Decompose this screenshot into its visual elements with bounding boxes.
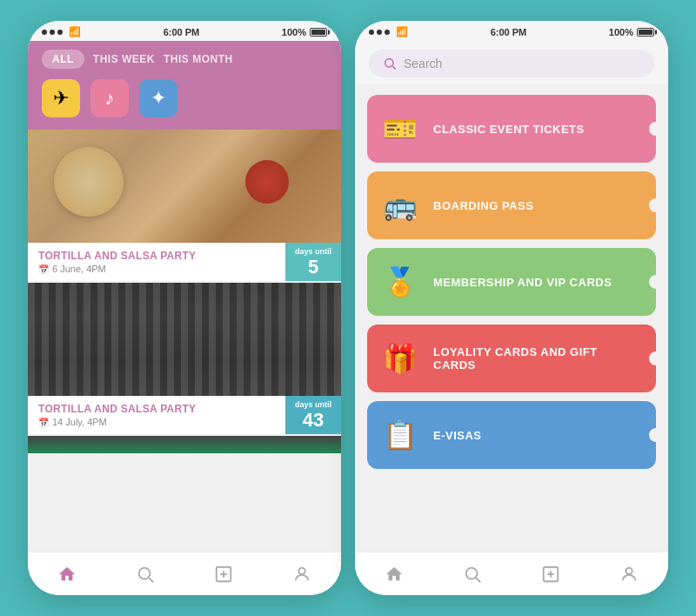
ticket-icon-loyalty: 🎁 [367,342,433,375]
filter-all[interactable]: ALL [42,50,84,69]
food-image [28,130,341,243]
bottom-image-teaser [28,436,341,453]
days-number-2: 43 [303,411,324,430]
ticket-boarding-icon: 🚌 [383,189,418,222]
ticket-loyalty-icon: 🎁 [383,342,418,375]
calendar-icon-2: 📅 [38,418,49,427]
category-icons: ✈ ♪ ✦ [42,79,327,117]
ticket-classic-events[interactable]: 🎫 CLASSIC EVENT TICKETS [367,95,656,163]
nav-home-right[interactable] [384,564,405,585]
battery-pct-left: 100% [282,27,306,37]
search-bar[interactable]: Search [369,50,654,77]
svg-point-8 [466,567,478,579]
battery-area-right: 100% [609,27,654,37]
right-phone: 📶 6:00 PM 100% Search 🎫 CLASSIC EVENT TI… [355,21,668,595]
mixer-image [28,283,341,396]
category-flights[interactable]: ✈ [42,79,80,117]
nav-user-right[interactable] [619,564,639,585]
signal-dots: 📶 [42,26,81,37]
ticket-icon-membership: 🏅 [367,265,433,298]
right-header: Search [355,41,668,84]
ticket-classic-icon: 🎫 [383,112,418,145]
svg-point-5 [298,567,304,573]
svg-line-1 [149,578,153,582]
time-left: 6:00 PM [164,27,200,37]
svg-point-0 [139,567,151,579]
ticket-icon-classic: 🎫 [367,112,433,145]
days-badge-2: days until 43 [285,396,341,434]
filter-this-week[interactable]: THIS WEEK [93,53,155,65]
wifi-icon-right: 📶 [396,26,408,37]
search-placeholder: Search [404,57,640,70]
ticket-classic-label: CLASSIC EVENT TICKETS [433,123,606,136]
nav-home-left[interactable] [57,564,77,585]
bottom-nav-left [28,552,341,595]
wifi-icon: 📶 [69,26,81,37]
category-music[interactable]: ♪ [90,79,129,117]
filter-tabs: ALL THIS WEEK THIS MONTH [42,50,327,69]
ticket-loyalty[interactable]: 🎁 LOYALITY CARDS AND GIFT CARDS [367,325,656,392]
nav-add-right[interactable] [540,564,561,585]
nav-search-left[interactable] [135,564,156,585]
ticket-loyalty-label: LOYALITY CARDS AND GIFT CARDS [433,345,656,372]
battery-area-left: 100% [282,27,327,37]
battery-pct-right: 100% [609,27,633,37]
category-events[interactable]: ✦ [139,79,177,117]
event-card-2[interactable]: TORTILLA AND SALSA PARTY 📅 14 July, 4PM … [28,283,341,434]
ticket-evisas[interactable]: 📋 E-VISAS [367,401,656,469]
time-right: 6:00 PM [491,27,527,37]
signal-dots-right: 📶 [369,26,408,37]
nav-search-right[interactable] [462,564,483,585]
ticket-evisas-icon: 📋 [383,418,418,452]
svg-point-6 [385,59,393,67]
search-icon [383,57,397,70]
nav-user-left[interactable] [291,564,312,585]
days-badge-1: days until 5 [285,243,341,281]
bottom-nav-right [355,552,668,595]
ticket-icon-boarding: 🚌 [367,189,433,222]
music-icon: ♪ [105,87,115,110]
calendar-icon-1: 📅 [38,264,49,274]
ticket-evisas-label: E-VISAS [433,429,503,442]
left-phone: 📶 6:00 PM 100% ALL THIS WEEK THIS MONTH … [28,21,341,595]
ticket-boarding-pass[interactable]: 🚌 BOARDING PASS [367,171,656,239]
ticket-list: 🎫 CLASSIC EVENT TICKETS 🚌 BOARDING PASS … [355,84,668,552]
event-card-1[interactable]: TORTILLA AND SALSA PARTY 📅 6 June, 4PM d… [28,130,341,281]
svg-point-13 [626,567,632,573]
ticket-membership-label: MEMBERSHIP AND VIP CARDS [433,276,632,289]
left-header: ALL THIS WEEK THIS MONTH ✈ ♪ ✦ [28,41,341,130]
event-info-2: TORTILLA AND SALSA PARTY 📅 14 July, 4PM … [28,396,341,434]
star-icon: ✦ [151,87,166,110]
ticket-boarding-label: BOARDING PASS [433,199,554,212]
ticket-icon-evisas: 📋 [367,418,433,452]
svg-line-9 [476,578,480,582]
status-bar-right: 📶 6:00 PM 100% [355,21,668,41]
svg-line-7 [392,66,396,70]
event-info-1: TORTILLA AND SALSA PARTY 📅 6 June, 4PM d… [28,243,341,281]
nav-add-left[interactable] [213,564,234,585]
ticket-membership-icon: 🏅 [383,265,418,298]
ticket-membership[interactable]: 🏅 MEMBERSHIP AND VIP CARDS [367,248,656,316]
filter-this-month[interactable]: THIS MONTH [164,53,233,65]
status-bar-left: 📶 6:00 PM 100% [28,21,341,41]
events-scroll[interactable]: TORTILLA AND SALSA PARTY 📅 6 June, 4PM d… [28,130,341,552]
airplane-icon: ✈ [53,87,69,110]
days-number-1: 5 [308,258,318,277]
